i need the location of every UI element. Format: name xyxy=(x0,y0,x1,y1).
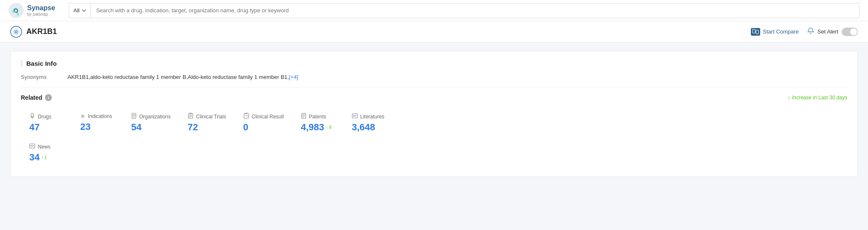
related-header: Related i ↑ Increase in Last 30 days xyxy=(21,94,847,101)
stat-news-value: 34 ↑ 1 xyxy=(29,152,63,163)
basic-info-title: Basic Info xyxy=(21,60,847,67)
synonyms-more-link[interactable]: [+4] xyxy=(289,74,298,80)
start-compare-button[interactable]: Start Compare xyxy=(751,28,799,36)
stat-orgs-label: Organizations xyxy=(139,114,171,120)
stat-news[interactable]: News 34 ↑ 1 xyxy=(21,138,72,168)
synonyms-row: Synonyms AKR1B1,aldo-keto reductase fami… xyxy=(21,74,847,80)
stat-lit-label-area: Literatures xyxy=(352,113,386,120)
stat-patents-value: 4,983 ↑ 9 xyxy=(301,122,335,133)
org-icon xyxy=(131,113,137,120)
search-type-dropdown[interactable]: All xyxy=(69,3,90,18)
stat-news-label: News xyxy=(38,144,51,150)
stat-indications-label: Indications xyxy=(88,113,112,119)
page-header: AKR1B1 Start Compare Set Alert xyxy=(0,21,868,42)
svg-point-2 xyxy=(15,31,17,33)
svg-rect-15 xyxy=(190,113,191,114)
search-input-wrapper xyxy=(90,3,860,18)
stat-clinical-trials[interactable]: Clinical Trials 72 xyxy=(179,108,235,138)
set-alert-toggle[interactable] xyxy=(842,28,858,36)
svg-rect-17 xyxy=(245,113,247,114)
stats-grid: Drugs 47 ✳ Indications 23 xyxy=(21,108,847,138)
stat-cr-label: Clinical Result xyxy=(252,114,284,120)
related-title-area: Related i xyxy=(21,94,52,101)
stat-drugs[interactable]: Drugs 47 xyxy=(21,108,72,138)
increase-badge: ↑ Increase in Last 30 days xyxy=(787,95,847,101)
literatures-icon xyxy=(352,113,358,120)
arrow-up-icon: ↑ xyxy=(787,95,790,101)
header-actions: Start Compare Set Alert xyxy=(751,28,858,36)
search-input[interactable] xyxy=(91,7,859,14)
stat-drugs-label-area: Drugs xyxy=(29,113,63,120)
svg-rect-25 xyxy=(30,144,35,148)
stat-ct-value: 72 xyxy=(188,122,226,133)
compare-icon xyxy=(751,28,760,36)
news-increase: ↑ 1 xyxy=(41,155,47,160)
stat-lit-value: 3,648 xyxy=(352,122,386,133)
chevron-down-icon xyxy=(82,9,86,12)
indication-icon: ✳ xyxy=(80,113,85,120)
target-icon xyxy=(10,26,22,38)
arrow-up-icon: ↑ xyxy=(326,125,328,130)
clinical-result-icon xyxy=(243,113,249,120)
set-alert-area: Set Alert xyxy=(807,28,858,36)
stat-patents[interactable]: Patents 4,983 ↑ 9 xyxy=(292,108,343,138)
stat-literatures[interactable]: Literatures 3,648 xyxy=(343,108,394,138)
stat-patents-label-area: Patents xyxy=(301,113,335,120)
alert-icon xyxy=(807,28,814,36)
stat-cr-label-area: Clinical Result xyxy=(243,113,284,120)
svg-rect-3 xyxy=(753,29,755,33)
stat-clinical-result[interactable]: Clinical Result 0 xyxy=(235,108,292,138)
svg-rect-6 xyxy=(31,117,33,118)
svg-rect-22 xyxy=(352,114,357,118)
synonyms-label: Synonyms xyxy=(21,74,59,80)
svg-rect-4 xyxy=(756,30,758,34)
arrow-up-icon: ↑ xyxy=(41,155,43,160)
logo-text: Synapse by patsnap xyxy=(27,4,55,17)
stat-drugs-label: Drugs xyxy=(38,114,51,120)
stat-orgs-label-area: Organizations xyxy=(131,113,171,120)
main-content: Basic Info Synonyms AKR1B1,aldo-keto red… xyxy=(0,42,868,230)
svg-rect-16 xyxy=(244,113,248,118)
stat-ct-label: Clinical Trials xyxy=(196,114,226,120)
page-title: AKR1B1 xyxy=(26,27,57,36)
stat-cr-value: 0 xyxy=(243,122,284,133)
stats-grid-row2: News 34 ↑ 1 xyxy=(21,138,847,168)
search-container: All xyxy=(69,3,860,18)
stat-ct-label-area: Clinical Trials xyxy=(188,113,226,120)
synonyms-value: AKR1B1,aldo-keto reductase family 1 memb… xyxy=(67,74,298,80)
stat-indications-value: 23 xyxy=(80,121,114,132)
svg-point-5 xyxy=(31,113,34,117)
set-alert-label: Set Alert xyxy=(817,28,838,35)
logo[interactable]: Synapse by patsnap xyxy=(8,3,64,18)
logo-icon xyxy=(8,3,24,18)
divider xyxy=(21,87,847,87)
related-info-icon: i xyxy=(45,94,52,101)
clinical-trials-icon xyxy=(188,113,194,120)
stat-patents-label: Patents xyxy=(309,114,326,120)
svg-point-0 xyxy=(9,3,23,18)
stat-lit-label: Literatures xyxy=(360,114,385,120)
stat-indications-label-area: ✳ Indications xyxy=(80,113,114,120)
drug-icon xyxy=(29,113,35,120)
stat-orgs-value: 54 xyxy=(131,122,171,133)
related-title: Related xyxy=(21,94,42,101)
stat-organizations[interactable]: Organizations 54 xyxy=(123,108,179,138)
stat-drugs-value: 47 xyxy=(29,122,63,133)
news-icon xyxy=(29,143,35,150)
patents-icon xyxy=(301,113,306,120)
basic-info-card: Basic Info Synonyms AKR1B1,aldo-keto red… xyxy=(10,51,858,177)
stat-news-label-area: News xyxy=(29,143,63,150)
page-title-area: AKR1B1 xyxy=(10,26,57,38)
nav-header: Synapse by patsnap All xyxy=(0,0,868,21)
patents-increase: ↑ 9 xyxy=(326,125,331,130)
stat-indications[interactable]: ✳ Indications 23 xyxy=(72,108,123,138)
